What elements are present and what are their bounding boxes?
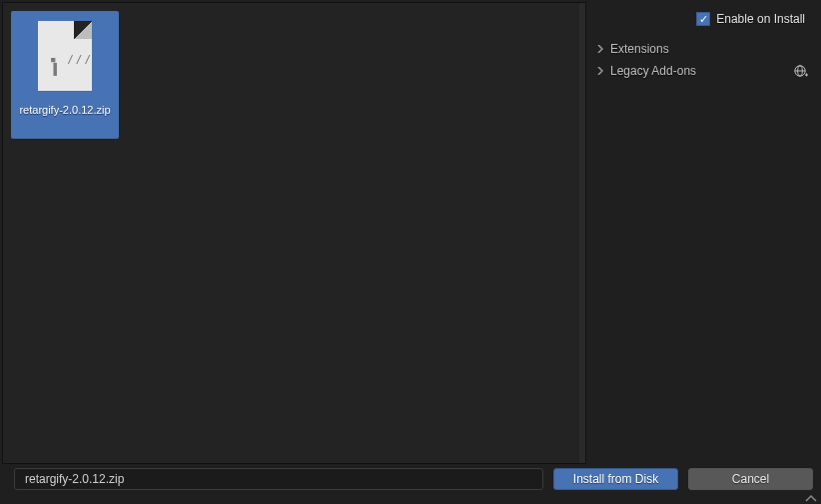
side-panel: ✓ Enable on Install Extensions Legacy Ad… <box>586 0 821 462</box>
file-item[interactable]: ▪ ///▐ retargify-2.0.12.zip <box>11 11 119 139</box>
tree-label: Extensions <box>610 42 669 56</box>
enable-on-install-label: Enable on Install <box>716 12 805 26</box>
main-area: ▪ ///▐ retargify-2.0.12.zip ✓ Enable on … <box>0 0 821 462</box>
chevron-right-icon <box>596 67 604 75</box>
chevron-up-icon[interactable] <box>805 492 817 502</box>
zip-glyph: ▪ ///▐ <box>50 55 93 75</box>
file-grid: ▪ ///▐ retargify-2.0.12.zip <box>3 3 585 147</box>
globe-icon[interactable] <box>793 63 809 79</box>
file-label: retargify-2.0.12.zip <box>19 103 110 117</box>
cancel-button[interactable]: Cancel <box>688 468 813 490</box>
file-browser-panel: ▪ ///▐ retargify-2.0.12.zip <box>2 2 586 464</box>
zip-file-icon: ▪ ///▐ <box>38 21 92 91</box>
bottom-bar: Install from Disk Cancel <box>0 466 821 492</box>
tree-item-extensions[interactable]: Extensions <box>594 38 811 60</box>
tree-label: Legacy Add-ons <box>610 64 696 78</box>
scrollbar[interactable] <box>579 3 585 463</box>
filename-input[interactable] <box>14 468 543 490</box>
enable-on-install-row: ✓ Enable on Install <box>594 8 811 30</box>
chevron-right-icon <box>596 45 604 53</box>
enable-on-install-checkbox[interactable]: ✓ <box>696 12 710 26</box>
tree-item-legacy-addons[interactable]: Legacy Add-ons <box>594 60 811 82</box>
install-from-disk-button[interactable]: Install from Disk <box>553 468 678 490</box>
